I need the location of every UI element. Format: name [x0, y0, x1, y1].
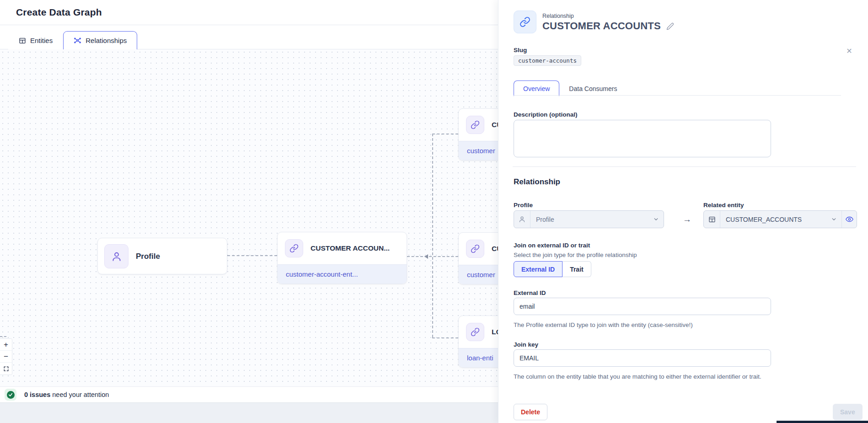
edge-branch-mid: [407, 256, 458, 257]
person-icon: [514, 211, 530, 228]
check-icon: [7, 391, 15, 399]
profile-person-icon: [104, 244, 129, 268]
link-icon: [285, 239, 303, 257]
slug-label: Slug: [514, 47, 527, 54]
related-entity-select-value: CUSTOMER_ACCOUNTS: [720, 216, 826, 223]
node-partial-mid[interactable]: CU customer: [458, 232, 498, 284]
pencil-icon: [666, 22, 674, 30]
relationship-link-icon: [514, 11, 536, 33]
node-partial-top-label: CU: [492, 121, 498, 129]
panel-tab-data-consumers[interactable]: Data Consumers: [559, 80, 627, 96]
close-panel-button[interactable]: ✕: [844, 46, 854, 56]
issues-ok-chip: [5, 389, 16, 401]
edge-offscreen-stub: [0, 336, 6, 337]
panel-section-divider: [513, 166, 856, 167]
close-icon: ✕: [846, 47, 852, 55]
zoom-in-button[interactable]: +: [0, 339, 12, 351]
panel-title: CUSTOMER ACCOUNTS: [542, 20, 661, 32]
slug-value-chip: customer-accounts: [514, 55, 581, 66]
join-type-segmented-control: External ID Trait: [514, 261, 591, 277]
issues-count: 0 issues: [24, 391, 50, 398]
join-key-label: Join key: [514, 341, 538, 348]
canvas-zoom-controls: + −: [0, 338, 12, 375]
table-icon: [19, 37, 26, 44]
issues-status-bar: 0 issues need your attention: [0, 386, 498, 402]
chevron-down-icon: [826, 216, 841, 222]
relationship-section-title: Relationship: [514, 177, 560, 187]
edit-title-button[interactable]: [666, 22, 674, 30]
tab-entities[interactable]: Entities: [8, 31, 63, 49]
node-partial-loan-slug-link[interactable]: loan-enti: [459, 348, 498, 367]
link-icon: [466, 323, 484, 341]
save-button[interactable]: Save: [833, 404, 863, 420]
graph-canvas[interactable]: Profile CUSTOMER ACCOUN... customer-acco…: [0, 49, 498, 386]
node-partial-loan-label: LO: [492, 328, 498, 336]
issues-status-text: 0 issues need your attention: [24, 391, 109, 398]
profile-field-label: Profile: [514, 202, 533, 209]
node-profile[interactable]: Profile: [97, 238, 227, 274]
edge-arrowhead: [424, 254, 428, 259]
fullscreen-icon: [3, 366, 9, 372]
relationship-arrow: →: [675, 210, 700, 228]
join-type-external-id-button[interactable]: External ID: [514, 261, 563, 277]
plus-icon: +: [4, 340, 8, 349]
node-partial-top-slug-link[interactable]: customer: [459, 141, 498, 160]
join-key-input[interactable]: [514, 349, 771, 367]
external-id-label: External ID: [514, 289, 546, 296]
description-textarea[interactable]: [514, 120, 771, 157]
issues-message: need your attention: [50, 391, 109, 398]
chevron-down-icon: [648, 216, 664, 222]
node-partial-top[interactable]: CU customer: [458, 108, 498, 161]
bottom-dark-bar: [777, 421, 868, 423]
join-key-help: The column on the entity table that you …: [514, 373, 770, 381]
footer-strip: [0, 402, 498, 423]
node-customer-accounts-label: CUSTOMER ACCOUN...: [311, 244, 390, 252]
table-icon: [704, 211, 720, 228]
edge-vertical-trunk: [432, 134, 433, 337]
edge-branch-top: [432, 134, 458, 134]
app-root: Create Data Graph Entities Relationships: [0, 0, 868, 423]
tab-relationships[interactable]: Relationships: [63, 31, 137, 49]
page-title: Create Data Graph: [16, 7, 102, 18]
join-type-label: Join on external ID or trait: [514, 242, 590, 249]
fit-view-button[interactable]: [0, 363, 12, 375]
profile-select-value: Profile: [530, 216, 648, 223]
related-entity-label: Related entity: [703, 202, 744, 209]
relationship-detail-panel: ✕ Relationship CUSTOMER ACCOUNTS Slug cu…: [498, 0, 868, 423]
tab-relationships-label: Relationships: [86, 37, 127, 44]
preview-entity-button[interactable]: [841, 211, 857, 228]
panel-tabs-divider: [514, 95, 841, 96]
description-label: Description (optional): [514, 111, 578, 118]
external-id-input[interactable]: [514, 298, 771, 315]
node-partial-mid-slug-link[interactable]: customer: [459, 265, 498, 284]
panel-tab-overview[interactable]: Overview: [514, 80, 559, 96]
edge-profile-customer: [227, 255, 277, 256]
eye-icon: [846, 215, 853, 223]
edge-branch-loan: [432, 337, 458, 338]
relationships-graph-icon: [74, 37, 81, 44]
link-icon: [466, 116, 484, 134]
related-entity-select[interactable]: CUSTOMER_ACCOUNTS: [703, 210, 857, 228]
external-id-help: The Profile external ID type to join wit…: [514, 321, 772, 329]
link-icon: [466, 240, 484, 258]
panel-type-label: Relationship: [542, 13, 574, 19]
node-partial-mid-label: CU: [492, 245, 498, 253]
panel-tab-bar: Overview Data Consumers: [514, 80, 627, 96]
node-customer-accounts-slug-link[interactable]: customer-account-ent...: [278, 264, 407, 284]
join-type-trait-button[interactable]: Trait: [563, 261, 591, 277]
delete-button[interactable]: Delete: [514, 404, 547, 420]
node-partial-loan[interactable]: LO loan-enti: [458, 316, 498, 368]
node-profile-label: Profile: [136, 252, 160, 261]
node-customer-accounts[interactable]: CUSTOMER ACCOUN... customer-account-ent.…: [277, 232, 407, 284]
join-type-subtext: Select the join type for the profile rel…: [514, 251, 637, 259]
minus-icon: −: [4, 352, 8, 361]
profile-select[interactable]: Profile: [514, 210, 664, 228]
tab-entities-label: Entities: [30, 37, 53, 44]
zoom-out-button[interactable]: −: [0, 351, 12, 363]
